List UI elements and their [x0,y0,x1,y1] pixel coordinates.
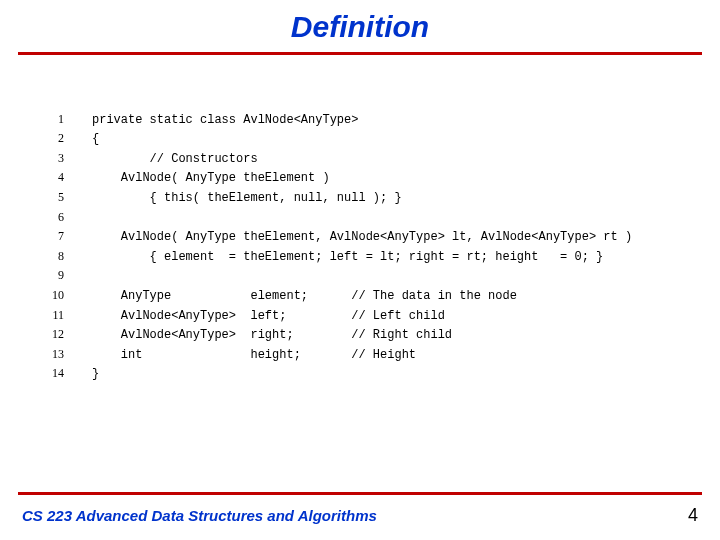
code-line: // Constructors [92,152,258,166]
title-rule [18,52,702,55]
line-number: 9 [30,266,64,285]
footer-rule [18,492,702,495]
code-line: { this( theElement, null, null ); } [92,191,402,205]
footer: CS 223 Advanced Data Structures and Algo… [0,492,720,526]
line-number: 7 [30,227,64,246]
line-number: 5 [30,188,64,207]
line-number: 13 [30,345,64,364]
code-line: { [92,132,99,146]
code-line: AnyType element; // The data in the node [92,289,517,303]
code-line: int height; // Height [92,348,416,362]
line-number: 2 [30,129,64,148]
line-number: 14 [30,364,64,383]
code-line: AvlNode( AnyType theElement, AvlNode<Any… [92,230,632,244]
course-label: CS 223 Advanced Data Structures and Algo… [22,507,377,524]
line-number: 4 [30,168,64,187]
line-number: 10 [30,286,64,305]
code-line: } [92,367,99,381]
line-number: 3 [30,149,64,168]
line-number: 8 [30,247,64,266]
code-line: AvlNode<AnyType> right; // Right child [92,328,452,342]
line-number: 12 [30,325,64,344]
line-number: 11 [30,306,64,325]
slide: Definition 1private static class AvlNode… [0,0,720,540]
line-number: 1 [30,110,64,129]
code-line: { element = theElement; left = lt; right… [92,250,603,264]
footer-row: CS 223 Advanced Data Structures and Algo… [0,505,720,526]
code-block: 1private static class AvlNode<AnyType> 2… [0,91,720,403]
code-line: private static class AvlNode<AnyType> [92,113,358,127]
slide-title: Definition [0,0,720,52]
page-number: 4 [688,505,698,526]
code-line: AvlNode<AnyType> left; // Left child [92,309,445,323]
line-number: 6 [30,208,64,227]
code-line: AvlNode( AnyType theElement ) [92,171,330,185]
